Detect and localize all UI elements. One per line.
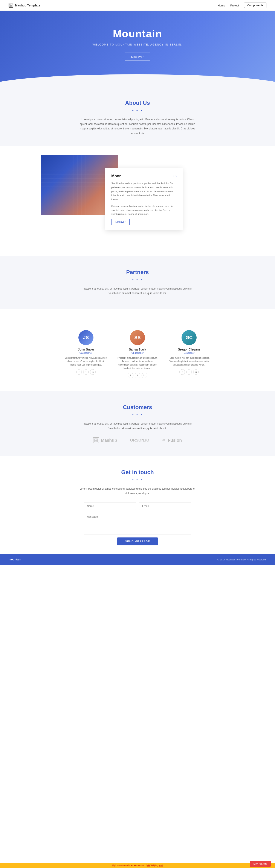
footer: mountain © 2017 Mountain Template. All r… <box>0 554 275 565</box>
linkedin-icon-0[interactable]: in <box>90 369 95 375</box>
facebook-icon-1[interactable]: f <box>128 373 133 378</box>
social-icons-0: f t in <box>64 369 107 375</box>
customers-section: Customers • • • Praesent at feugiat est,… <box>0 391 275 456</box>
moon-card-header: Moon ‹ › <box>111 174 176 178</box>
avatar-1: SS <box>130 330 145 345</box>
team-card-2: GC Gregor Clegane Developer Fusce rutrum… <box>168 330 211 378</box>
customers-dots: • • • <box>8 413 267 417</box>
social-icons-1: f t in <box>116 373 159 378</box>
partners-dots: • • • <box>8 278 267 282</box>
team-name-0: John Snow <box>64 348 107 351</box>
facebook-icon-2[interactable]: f <box>180 369 185 375</box>
svg-rect-1 <box>11 4 12 5</box>
moon-card-title: Moon <box>111 174 121 178</box>
contact-text: Lorem ipsum dolor sit amet, consectetur … <box>80 487 195 496</box>
contact-message-input[interactable] <box>84 513 191 534</box>
moon-section: Moon ‹ › Sed id tellus in risus pre tum … <box>0 146 275 256</box>
svg-rect-5 <box>96 439 98 440</box>
moon-card-text1: Sed id tellus in risus pre tum imperdiet… <box>111 181 176 201</box>
linkedin-icon-2[interactable]: in <box>193 369 199 375</box>
team-card-1: SS Sansa Stark UI designer Praesent at f… <box>116 330 159 378</box>
moon-content-area: Moon ‹ › Sed id tellus in risus pre tum … <box>41 155 234 243</box>
fusion-icon: ≋ <box>162 438 165 442</box>
svg-rect-4 <box>94 439 96 440</box>
team-role-2: Developer <box>168 351 211 354</box>
mashup-icon-svg <box>94 438 98 442</box>
customers-title: Customers <box>8 404 267 411</box>
moon-discover-button[interactable]: Discover <box>111 219 130 225</box>
orson-logo-text: ORSON.IO <box>130 438 149 442</box>
partners-title: Partners <box>8 269 267 276</box>
contact-title: Get in touch <box>8 469 267 476</box>
contact-email-input[interactable] <box>139 502 191 510</box>
fusion-logo-text: Fusion <box>168 438 182 443</box>
svg-rect-7 <box>96 440 98 442</box>
moon-prev-button[interactable]: ‹ <box>173 174 174 178</box>
brand-svg-icon <box>9 4 12 7</box>
nav-menu: Home Project Components <box>218 3 267 8</box>
moon-card-text2: Quisque tempor, ligula pharetra luctus e… <box>111 204 176 216</box>
team-name-2: Gregor Clegane <box>168 348 211 351</box>
linkedin-icon-1[interactable]: in <box>142 373 147 378</box>
logo-fusion: ≋ Fusion <box>162 438 182 443</box>
moon-next-button[interactable]: › <box>175 174 176 178</box>
about-title: About Us <box>8 100 267 106</box>
team-desc-0: Sed elementum vehicula nisi, a egestas v… <box>64 356 107 367</box>
contact-submit-button[interactable]: SEND MESSAGE <box>117 537 158 546</box>
about-text: Lorem ipsum dolor sit amet, consectetur … <box>80 117 195 136</box>
mashup-logo-icon <box>93 437 99 443</box>
nav-home[interactable]: Home <box>218 4 225 7</box>
twitter-icon-2[interactable]: t <box>186 369 192 375</box>
logo-orson: ORSON.IO <box>130 438 149 442</box>
customers-text: Praesent at feugiat est, at faucibus ips… <box>80 422 195 431</box>
mashup-logo-text: Mashup <box>101 438 117 443</box>
team-card-0: JS John Snow UX designer Sed elementum v… <box>64 330 107 378</box>
about-section: About Us • • • Lorem ipsum dolor sit ame… <box>0 87 275 146</box>
contact-section: Get in touch • • • Lorem ipsum dolor sit… <box>0 456 275 554</box>
team-section: JS John Snow UX designer Sed elementum v… <box>0 309 275 391</box>
customers-logos: Mashup ORSON.IO ≋ Fusion <box>8 437 267 443</box>
contact-dots: • • • <box>8 478 267 482</box>
avatar-2: GC <box>182 330 197 345</box>
svg-rect-3 <box>11 6 12 7</box>
contact-name-input[interactable] <box>84 502 136 510</box>
svg-rect-0 <box>10 4 11 5</box>
team-role-1: UI designer <box>116 351 159 354</box>
moon-card: Moon ‹ › Sed id tellus in risus pre tum … <box>105 168 183 230</box>
hero-wave <box>0 74 275 87</box>
hero-title: Mountain <box>4 28 271 40</box>
team-grid: JS John Snow UX designer Sed elementum v… <box>8 330 267 378</box>
brand: Mashup Template <box>8 3 40 8</box>
team-name-1: Sansa Stark <box>116 348 159 351</box>
moon-nav-arrows: ‹ › <box>173 174 176 178</box>
team-role-0: UX designer <box>64 351 107 354</box>
svg-rect-6 <box>94 440 96 442</box>
avatar-0: JS <box>78 330 93 345</box>
svg-rect-2 <box>10 6 11 7</box>
facebook-icon-0[interactable]: f <box>76 369 82 375</box>
brand-icon <box>8 3 13 8</box>
footer-copyright: © 2017 Mountain Template. All rights res… <box>217 558 267 561</box>
navbar: Mashup Template Home Project Components <box>0 0 275 11</box>
about-dots: • • • <box>8 108 267 113</box>
contact-form: SEND MESSAGE <box>84 502 191 546</box>
twitter-icon-0[interactable]: t <box>83 369 89 375</box>
team-desc-1: Praesent at feugiat est, at faucibus ips… <box>116 356 159 370</box>
logo-mashup: Mashup <box>93 437 117 443</box>
hero-section: Mountain WELCOME TO MOUNTAIN WEBSITE. AG… <box>0 11 275 87</box>
hero-subtitle: WELCOME TO MOUNTAIN WEBSITE. AGENCY IN B… <box>4 43 271 46</box>
team-desc-2: Fusce rutrum nisi non dui placerat sodal… <box>168 356 211 367</box>
partners-text: Praesent at feugiat est, at faucibus ips… <box>80 286 195 296</box>
nav-components-btn[interactable]: Components <box>244 3 267 8</box>
nav-project[interactable]: Project <box>230 4 239 7</box>
footer-brand: mountain <box>8 558 21 561</box>
hero-cta-button[interactable]: Discover <box>125 53 150 61</box>
brand-name: Mashup Template <box>15 4 40 7</box>
partners-section: Partners • • • Praesent at feugiat est, … <box>0 256 275 309</box>
twitter-icon-1[interactable]: t <box>135 373 140 378</box>
social-icons-2: f t in <box>168 369 211 375</box>
contact-submit-area: SEND MESSAGE <box>84 537 191 546</box>
